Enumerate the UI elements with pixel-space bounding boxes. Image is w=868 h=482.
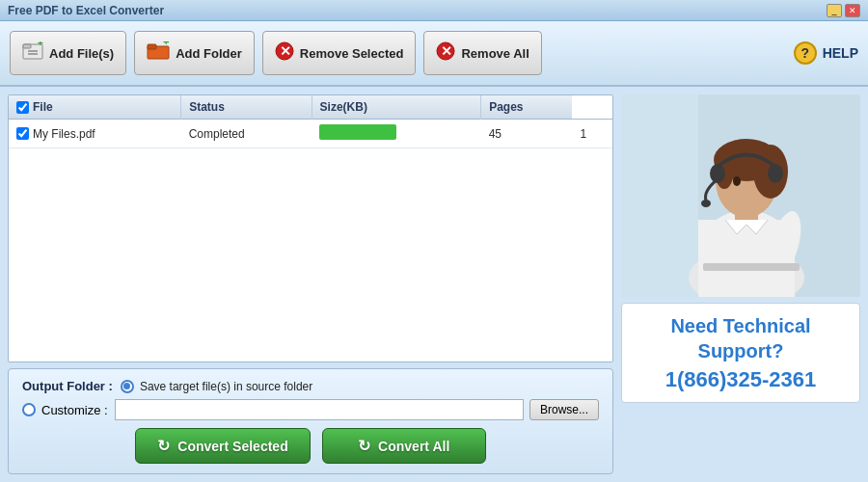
col-header-status: Status — [181, 95, 312, 120]
svg-point-25 — [701, 200, 711, 207]
row-checkbox[interactable] — [16, 127, 29, 140]
remove-all-button[interactable]: ✕ Remove All — [423, 31, 541, 75]
svg-rect-6 — [148, 44, 156, 49]
add-files-label: Add File(s) — [49, 46, 114, 61]
output-section: Output Folder : Save target file(s) in s… — [8, 368, 613, 474]
convert-all-icon: ↻ — [358, 437, 370, 455]
file-cell: My Files.pdf — [9, 120, 181, 148]
support-info: Need Technical Support? 1(866)325-2361 — [621, 303, 860, 403]
save-source-radio-row: Save target file(s) in source folder — [121, 380, 312, 393]
app-title: Free PDF to Excel Converter — [8, 4, 164, 17]
browse-button[interactable]: Browse... — [529, 399, 599, 420]
convert-all-button[interactable]: ↻ Convert All — [322, 428, 486, 464]
progress-bar — [319, 124, 396, 140]
support-title: Need Technical Support? — [634, 313, 848, 363]
help-button[interactable]: ? HELP — [794, 41, 858, 65]
convert-selected-icon: ↻ — [157, 437, 170, 455]
minimize-button[interactable]: _ — [827, 4, 842, 17]
save-source-radio[interactable] — [121, 380, 134, 393]
svg-text:+: + — [163, 41, 169, 47]
customize-path-input[interactable] — [115, 399, 524, 420]
convert-selected-label: Convert Selected — [177, 439, 287, 454]
customize-row: Customize : Browse... — [22, 399, 599, 420]
filename: My Files.pdf — [33, 127, 95, 141]
remove-selected-icon: ✕ — [275, 41, 294, 66]
output-folder-label: Output Folder : — [22, 379, 113, 393]
save-source-label: Save target file(s) in source folder — [140, 380, 312, 393]
remove-all-label: Remove All — [461, 46, 529, 61]
add-files-button[interactable]: + Add File(s) — [10, 31, 126, 75]
col-header-size: Size(KB) — [312, 95, 481, 120]
file-table-container: File Status Size(KB) Pages My Files.pdfC… — [8, 94, 613, 362]
size-cell: 45 — [481, 120, 573, 148]
svg-text:✕: ✕ — [441, 43, 452, 59]
file-table: File Status Size(KB) Pages My Files.pdfC… — [9, 95, 612, 148]
svg-text:+: + — [38, 41, 43, 48]
add-folder-label: Add Folder — [176, 46, 242, 61]
svg-point-24 — [768, 164, 783, 183]
customize-label: Customize : — [41, 403, 108, 417]
help-label: HELP — [823, 45, 858, 61]
window-controls: _ ✕ — [827, 4, 860, 17]
main-window: + Add File(s) + Add Folder — [0, 21, 868, 482]
svg-rect-1 — [23, 44, 31, 48]
add-folder-icon: + — [147, 41, 170, 66]
remove-selected-label: Remove Selected — [300, 46, 404, 61]
remove-all-icon: ✕ — [436, 41, 455, 66]
support-phone: 1(866)325-2361 — [634, 367, 848, 392]
help-icon: ? — [794, 41, 817, 65]
add-folder-button[interactable]: + Add Folder — [134, 31, 255, 75]
pages-cell: 1 — [572, 120, 612, 148]
support-image — [621, 94, 860, 297]
toolbar: + Add File(s) + Add Folder — [0, 21, 868, 87]
convert-all-label: Convert All — [378, 439, 449, 454]
content-area: File Status Size(KB) Pages My Files.pdfC… — [0, 87, 868, 482]
customize-radio[interactable] — [22, 403, 36, 416]
left-panel: File Status Size(KB) Pages My Files.pdfC… — [8, 94, 613, 474]
svg-point-22 — [733, 176, 741, 186]
add-files-icon: + — [22, 41, 43, 66]
col-header-file: File — [9, 95, 181, 120]
convert-selected-button[interactable]: ↻ Convert Selected — [135, 428, 310, 464]
select-all-checkbox[interactable] — [16, 101, 29, 114]
status-text: Completed — [189, 127, 245, 141]
title-bar: Free PDF to Excel Converter _ ✕ — [0, 0, 868, 21]
convert-buttons-row: ↻ Convert Selected ↻ Convert All — [22, 428, 599, 464]
remove-selected-button[interactable]: ✕ Remove Selected — [262, 31, 417, 75]
svg-rect-13 — [621, 94, 698, 297]
status-cell: Completed — [181, 120, 312, 148]
table-row: My Files.pdfCompleted451 — [9, 120, 612, 148]
close-button[interactable]: ✕ — [845, 4, 860, 17]
status-bar-cell — [312, 120, 481, 148]
svg-text:✕: ✕ — [280, 43, 291, 59]
output-folder-row: Output Folder : Save target file(s) in s… — [22, 379, 599, 393]
col-header-pages: Pages — [481, 95, 573, 120]
right-panel: Need Technical Support? 1(866)325-2361 — [621, 94, 860, 474]
svg-rect-27 — [703, 263, 800, 271]
